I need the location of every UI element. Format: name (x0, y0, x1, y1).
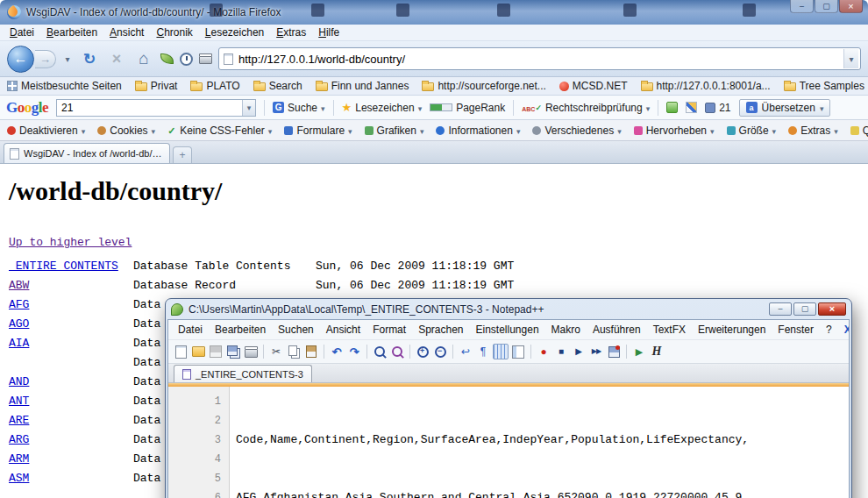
entry-link[interactable]: AND (9, 375, 29, 388)
code-text[interactable]: Code,Name,Continent,Region,SurfaceArea,I… (230, 387, 849, 498)
indent-guide-icon[interactable] (493, 344, 509, 359)
entry-link[interactable]: AFG (9, 298, 29, 311)
entry-link[interactable]: ABW (9, 279, 29, 292)
np-menu-sprachen[interactable]: Sprachen (412, 322, 469, 338)
history-clock-icon[interactable] (180, 53, 193, 66)
np-menu-bearbeiten[interactable]: Bearbeiten (209, 322, 272, 338)
save-icon[interactable] (208, 344, 224, 359)
entry-link[interactable]: ASM (9, 472, 29, 485)
webdev-css[interactable]: Keine CSS-Fehler (167, 125, 272, 137)
show-symbols-icon[interactable] (475, 344, 491, 359)
replace-icon[interactable] (389, 344, 405, 359)
back-button[interactable] (7, 46, 34, 73)
highlighter-icon[interactable] (686, 102, 697, 113)
webdev-view-source[interactable]: Quelltext (850, 125, 868, 137)
close-button[interactable] (818, 302, 846, 316)
webdev-tools[interactable]: Extras (788, 125, 838, 137)
bookmark-plato[interactable]: PLATO (190, 80, 239, 92)
webdev-cookies[interactable]: Cookies (97, 125, 155, 137)
google-search-input[interactable] (57, 102, 242, 114)
document-tab[interactable]: _ENTIRE_CONTENTS-3 (174, 365, 312, 382)
entry-link[interactable]: ARM (9, 452, 29, 466)
bookmark-most-visited[interactable]: Meistbesuchte Seiten (7, 80, 122, 92)
np-menu-ausfuehren[interactable]: Ausführen (587, 322, 647, 338)
google-bookmarks-button[interactable]: Lesezeichen (342, 102, 423, 114)
new-file-icon[interactable] (173, 344, 189, 359)
highlight-term-button[interactable]: 21 (705, 102, 730, 114)
editor-area[interactable]: 1 2 3 4 5 6 Code,Name,Continent,Region,S… (168, 387, 849, 498)
send-to-icon[interactable] (666, 102, 678, 113)
history-dropdown-icon[interactable] (62, 50, 73, 68)
play-macro-icon[interactable] (571, 344, 587, 359)
webdev-miscellaneous[interactable]: Verschiedenes (532, 125, 621, 137)
bookmark-search[interactable]: Search (253, 80, 302, 92)
forward-button[interactable] (35, 50, 56, 68)
paste-icon[interactable] (303, 344, 319, 359)
webdev-disable[interactable]: Deaktivieren (7, 125, 85, 137)
menu-lesezeichen[interactable]: Lesezeichen (199, 25, 270, 39)
stop-button[interactable] (106, 48, 127, 69)
bookmark-privat[interactable]: Privat (135, 80, 178, 92)
pagerank-button[interactable]: PageRank (430, 102, 505, 114)
find-icon[interactable] (372, 344, 388, 359)
document-map-icon[interactable] (510, 344, 526, 359)
np-menu-ansicht[interactable]: Ansicht (320, 322, 366, 338)
entry-link[interactable]: ENTIRE CONTENTS (9, 260, 118, 273)
zoom-out-icon[interactable] (432, 344, 448, 359)
stop-macro-icon[interactable] (553, 344, 569, 359)
up-to-higher-level-link[interactable]: Up to higher level (9, 236, 132, 249)
np-menu-suchen[interactable]: Suchen (272, 322, 320, 338)
close-button[interactable] (839, 0, 863, 13)
webdev-forms[interactable]: Formulare (284, 125, 352, 137)
np-menu-erweiterungen[interactable]: Erweiterungen (692, 322, 772, 338)
run-icon[interactable] (631, 344, 647, 359)
np-menu-makro[interactable]: Makro (545, 322, 587, 338)
menu-chronik[interactable]: Chronik (150, 25, 198, 39)
save-all-icon[interactable] (225, 344, 241, 359)
bookmark-tree-samples[interactable]: Tree Samples (784, 80, 864, 92)
url-bar[interactable] (218, 47, 861, 70)
record-macro-icon[interactable] (536, 344, 551, 359)
print-icon[interactable] (243, 344, 259, 359)
google-search-box[interactable] (56, 99, 256, 117)
menu-ansicht[interactable]: Ansicht (103, 25, 150, 39)
print-icon[interactable] (199, 56, 212, 64)
np-menu-einstellungen[interactable]: Einstellungen (470, 322, 545, 338)
tab-wsgidav[interactable]: WsgiDAV - Index of /world-db/count... (4, 143, 170, 163)
url-input[interactable] (233, 53, 843, 66)
spellcheck-button[interactable]: Rechtschreibprüfung (522, 102, 650, 114)
search-dropdown-button[interactable] (242, 100, 255, 116)
bookmark-mcsd[interactable]: MCSD.NET (559, 80, 628, 92)
entry-link[interactable]: AGO (9, 317, 29, 331)
webdev-resize[interactable]: Größe (727, 125, 777, 137)
webdev-outline[interactable]: Hervorheben (634, 125, 715, 137)
cut-icon[interactable] (268, 344, 284, 359)
translate-button[interactable]: Übersetzen (739, 99, 831, 117)
save-macro-icon[interactable] (606, 344, 622, 359)
menu-bearbeiten[interactable]: Bearbeiten (40, 25, 103, 39)
bookmark-localhost-8001[interactable]: http://127.0.0.1:8001/a... (641, 80, 771, 92)
notepadpp-titlebar[interactable]: C:\Users\Martin\AppData\Local\Temp\_ENTI… (166, 299, 851, 319)
entry-link[interactable]: AIA (9, 337, 29, 350)
google-search-button[interactable]: Suche (273, 102, 325, 114)
menu-extras[interactable]: Extras (270, 25, 312, 39)
new-tab-button[interactable] (173, 146, 192, 163)
zoom-in-icon[interactable] (415, 344, 430, 359)
np-menu-datei[interactable]: Datei (172, 322, 209, 338)
refresh-button[interactable] (79, 48, 100, 69)
np-menu-textfx[interactable]: TextFX (647, 322, 692, 338)
menu-datei[interactable]: Datei (4, 25, 40, 39)
textfx-icon[interactable] (649, 344, 665, 359)
feed-leaf-icon[interactable] (160, 53, 174, 64)
firefox-titlebar[interactable]: WsgiDAV - Index of /world-db/country/ - … (0, 0, 868, 25)
notepadpp-window[interactable]: C:\Users\Martin\AppData\Local\Temp\_ENTI… (165, 298, 852, 498)
np-menu-help[interactable]: ? (820, 322, 838, 338)
maximize-button[interactable] (793, 302, 816, 316)
np-menu-close-x[interactable]: X (838, 322, 850, 338)
np-menu-fenster[interactable]: Fenster (772, 322, 820, 338)
entry-link[interactable]: ARG (9, 433, 29, 446)
bookmark-sourceforge[interactable]: http://sourceforge.net... (422, 80, 545, 92)
webdev-information[interactable]: Informationen (436, 125, 520, 137)
minimize-button[interactable] (769, 302, 792, 316)
copy-icon[interactable] (286, 344, 302, 359)
